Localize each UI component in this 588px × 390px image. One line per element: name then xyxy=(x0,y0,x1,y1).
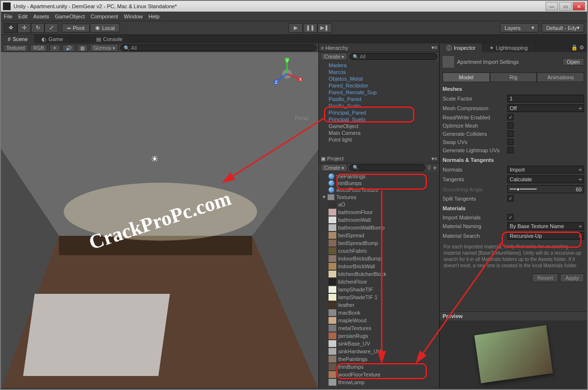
project-texture[interactable]: couchFabric xyxy=(319,247,439,255)
swapuv-checkbox[interactable] xyxy=(507,139,514,145)
hierarchy-item[interactable]: Main Camera xyxy=(319,130,439,136)
project-create-dropdown[interactable]: Create ▾ xyxy=(321,164,347,172)
project-texture[interactable]: sinkBase_UV xyxy=(319,340,439,347)
hand-tool[interactable]: ✥ xyxy=(4,23,17,33)
split-tangents-checkbox[interactable]: ✓ xyxy=(507,195,514,202)
project-texture[interactable]: lampShadeTIF 1 xyxy=(319,293,439,301)
hierarchy-item[interactable]: Marcos xyxy=(319,69,439,75)
menu-component[interactable]: Component xyxy=(90,14,118,19)
layout-dropdown[interactable]: Default - Edy▾ xyxy=(542,23,584,32)
step-button[interactable]: ▶❚ xyxy=(317,23,332,33)
project-texture[interactable]: lampShadeTIF xyxy=(319,286,439,293)
project-list[interactable]: thePaintingstrimBumpswoodFloorTexture▾ T… xyxy=(319,172,439,388)
revert-button[interactable]: Revert xyxy=(532,274,558,282)
local-toggle[interactable]: ◉ Local xyxy=(90,23,120,32)
project-texture[interactable]: bathroomWallBump xyxy=(319,224,439,231)
hierarchy-item[interactable]: Point light xyxy=(319,136,439,143)
pivot-toggle[interactable]: •• Pivot xyxy=(62,24,90,32)
close-button[interactable]: ✕ xyxy=(573,2,585,11)
project-texture[interactable]: woodFloorTexture xyxy=(319,371,439,378)
project-texture[interactable]: kitchenFloor xyxy=(319,278,439,286)
project-texture[interactable]: macBook xyxy=(319,309,439,317)
render-mode-dropdown[interactable]: RGB xyxy=(30,44,47,52)
rotate-tool[interactable]: ↻ xyxy=(31,23,44,33)
move-tool[interactable]: ✢ xyxy=(17,23,31,33)
hierarchy-create-dropdown[interactable]: Create ▾ xyxy=(321,53,347,60)
play-button[interactable]: ▶ xyxy=(288,23,303,33)
hierarchy-item[interactable]: Pasillo_Pared xyxy=(319,96,439,102)
scene-audio-toggle[interactable]: 🔊 xyxy=(62,44,75,52)
hierarchy-item[interactable]: Pasillo_Suelo xyxy=(319,102,439,109)
tab-rig[interactable]: Rig xyxy=(490,72,537,82)
project-material[interactable]: thePaintings xyxy=(319,173,439,180)
menu-assets[interactable]: Assets xyxy=(33,14,49,19)
project-texture[interactable]: bedSpread xyxy=(319,231,439,239)
menu-help[interactable]: Help xyxy=(148,14,159,19)
tab-scene[interactable]: # Scene xyxy=(1,35,35,43)
colliders-checkbox[interactable] xyxy=(507,130,514,137)
project-texture[interactable]: indoorBricksBump xyxy=(319,255,439,262)
menu-file[interactable]: File xyxy=(4,14,13,19)
material-naming-dropdown[interactable]: By Base Texture Name÷ xyxy=(507,222,584,230)
import-materials-checkbox[interactable]: ✓ xyxy=(507,214,514,220)
scene-search[interactable]: 🔍 All xyxy=(120,44,316,51)
hierarchy-item[interactable]: Pared_Recibidor xyxy=(319,82,439,89)
scene-fx-toggle[interactable]: ▦ xyxy=(77,44,88,52)
menu-edit[interactable]: Edit xyxy=(18,14,28,19)
project-texture[interactable]: persianRugs xyxy=(319,332,439,340)
hierarchy-search[interactable]: 🔍 All xyxy=(349,53,437,60)
pause-button[interactable]: ❚❚ xyxy=(303,23,317,33)
minimize-button[interactable]: — xyxy=(545,2,558,11)
menu-window[interactable]: Window xyxy=(124,14,143,19)
hierarchy-item[interactable]: Objetos_Metal xyxy=(319,75,439,82)
orientation-gizmo[interactable]: y x z xyxy=(270,57,304,91)
tab-animations[interactable]: Animations xyxy=(537,72,584,82)
readwrite-checkbox[interactable]: ✓ xyxy=(507,114,514,120)
draw-mode-dropdown[interactable]: Textured xyxy=(3,44,28,52)
hierarchy-item[interactable]: Pared_Remate_Sup xyxy=(319,89,439,96)
tab-inspector[interactable]: ⓘ Inspector xyxy=(440,43,483,52)
project-texture[interactable]: mapleWood xyxy=(319,317,439,324)
gizmos-dropdown[interactable]: Gizmos ▾ xyxy=(90,44,118,52)
layers-dropdown[interactable]: Layers▾ xyxy=(500,23,539,32)
project-tab[interactable]: ▣ Project xyxy=(321,156,344,162)
project-filter-icon[interactable]: ⚲ ★ xyxy=(427,165,437,171)
normals-dropdown[interactable]: Import÷ xyxy=(507,166,584,173)
tangents-dropdown[interactable]: Calculate÷ xyxy=(507,175,584,183)
material-search-dropdown[interactable]: Recursive-Up÷ xyxy=(507,232,584,240)
mesh-compression-dropdown[interactable]: Off÷ xyxy=(507,104,584,112)
project-folder[interactable]: ▾ Textures xyxy=(319,193,439,201)
tab-console[interactable]: ▤ Console xyxy=(89,35,129,43)
tab-lightmapping[interactable]: ✦ Lightmapping xyxy=(483,43,535,52)
apply-button[interactable]: Apply xyxy=(560,274,584,282)
project-texture[interactable]: bathroomFloor xyxy=(319,208,439,216)
project-texture[interactable]: aO xyxy=(319,201,439,208)
project-texture[interactable]: throwLamp xyxy=(319,378,439,386)
hierarchy-tab[interactable]: ≡ Hierarchy xyxy=(321,45,348,51)
open-button[interactable]: Open xyxy=(562,58,584,66)
lock-icon[interactable]: 🔒 ⚙ xyxy=(568,43,587,52)
hierarchy-item[interactable]: GameObject xyxy=(319,123,439,130)
scene-light-toggle[interactable]: ☀ xyxy=(49,44,60,52)
preview-header[interactable]: Preview xyxy=(440,312,587,320)
menu-gameobject[interactable]: GameObject xyxy=(55,14,85,19)
project-material[interactable]: woodFloorTexture xyxy=(319,187,439,193)
tab-game[interactable]: ◐ Game xyxy=(35,35,70,43)
project-texture[interactable]: leather xyxy=(319,301,439,309)
hierarchy-item[interactable]: Madera xyxy=(319,62,439,69)
project-texture[interactable]: trimBumps xyxy=(319,363,439,371)
project-texture[interactable]: bathroomWall xyxy=(319,216,439,224)
hierarchy-item[interactable]: Principal_Suelo xyxy=(319,116,439,123)
hierarchy-item[interactable]: Principal_Pared xyxy=(319,109,439,116)
hierarchy-list[interactable]: MaderaMarcosObjetos_MetalPared_Recibidor… xyxy=(319,61,439,155)
project-texture[interactable]: sinkHardware_UV xyxy=(319,347,439,355)
project-material[interactable]: trimBumps xyxy=(319,180,439,187)
project-texture[interactable]: metalTextures xyxy=(319,324,439,332)
scale-factor-field[interactable]: 1 xyxy=(507,95,584,102)
scale-tool[interactable]: ⤢ xyxy=(44,23,58,33)
maximize-button[interactable]: ▭ xyxy=(559,2,572,11)
optimize-checkbox[interactable] xyxy=(507,122,514,129)
scene-viewport[interactable]: y x z Persp ☀ CrackProPc.com xyxy=(1,52,318,388)
project-texture[interactable]: kitchenButcherBlock xyxy=(319,270,439,278)
project-texture[interactable]: thePaintings xyxy=(319,355,439,363)
